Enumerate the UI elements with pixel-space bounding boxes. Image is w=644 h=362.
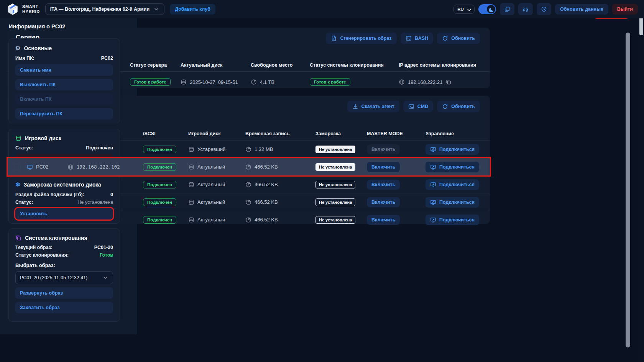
theme-toggle[interactable] [478, 4, 496, 14]
game-disk-status-label: Статус: [15, 145, 33, 151]
capture-image-button[interactable]: Захватить образ [15, 302, 113, 313]
add-club-button[interactable]: Добавить клуб [170, 4, 215, 15]
game-disk-cell: Актуальный [188, 182, 245, 188]
game-disk-cell: Устаревший [188, 146, 245, 152]
clone-icon [15, 235, 21, 241]
globe-icon [67, 164, 74, 170]
install-freeze-button[interactable]: Установить [15, 208, 113, 219]
generate-image-button[interactable]: Сгенерировать образ [326, 33, 396, 44]
poweron-pc-button[interactable]: Включить ПК [15, 93, 113, 105]
pc-ip-cell: 192.168.222.102 [67, 164, 143, 170]
server-status-badge: Готов к работе [130, 78, 171, 86]
shutdown-pc-button[interactable]: Выключить ПК [15, 79, 113, 90]
temp-write-value: 466.52 KB [255, 164, 278, 170]
pc-ip: 192.168.222.102 [77, 164, 120, 170]
sidebar-scrollbar-thumb[interactable] [626, 33, 630, 347]
clone-title: Система клонирования [25, 235, 87, 241]
disk-icon [188, 217, 194, 223]
actual-disk-cell: 2025-10-27_09-15-51 [181, 79, 251, 85]
connect-button[interactable]: Подключиться [426, 215, 479, 225]
pcs-refresh-button[interactable]: Обновить [437, 101, 480, 112]
master-mode-button[interactable]: Включить [367, 162, 400, 172]
col-server-status: Статус сервера [130, 62, 181, 68]
connect-label: Подключиться [439, 147, 475, 152]
master-mode-button[interactable]: Включить [367, 144, 400, 154]
current-image-row: Текущий образ: PC01-20 [15, 245, 113, 250]
connect-button[interactable]: Подключиться [426, 162, 479, 172]
freeze-badge: Не установлена [315, 146, 355, 153]
server-refresh-button[interactable]: Обновить [437, 33, 480, 44]
pc-row-pc02[interactable]: PC02 192.168.222.102 Подключен Актуальны… [8, 158, 490, 175]
game-disk-status-row: Статус: Подключен [15, 145, 113, 151]
sidebar-title: Информация о PC02 [9, 23, 65, 29]
bash-label: BASH [415, 36, 428, 41]
disk-icon [181, 79, 187, 85]
reboot-pc-button[interactable]: Перезагрузить ПК [15, 108, 113, 120]
pc-name: PC02 [36, 164, 49, 170]
freeze-badge: Не установлена [315, 216, 355, 224]
freeze-status-row: Статус: Не установлена [15, 200, 113, 205]
iscsi-badge: Подключен [143, 181, 176, 188]
freeze-cell: Не установлена [315, 216, 367, 224]
row-checkbox[interactable] [15, 164, 21, 170]
top-bar-right: RU Обновить данные Выйти [453, 3, 638, 15]
clone-status-value: Готов [100, 252, 113, 258]
connect-button[interactable]: Подключиться [426, 144, 479, 155]
copy-icon[interactable] [445, 79, 452, 85]
master-mode-cell: Включить [367, 144, 426, 154]
terminal-icon [408, 103, 414, 110]
rename-pc-button[interactable]: Сменить имя [15, 64, 113, 76]
monitor-connect-icon [430, 199, 436, 205]
image-select[interactable]: PC01-20 (2025-11-05 12:32:41) [15, 271, 113, 284]
master-mode-button[interactable]: Включить [367, 215, 400, 225]
refresh-icon [442, 103, 448, 110]
monitor-connect-icon [430, 182, 436, 188]
iscsi-cell: Подключен [143, 163, 188, 171]
freeze-cell: Не установлена [315, 198, 367, 206]
deploy-image-button[interactable]: Развернуть образ [15, 287, 113, 299]
brand: SMART HYBRID [6, 3, 40, 16]
download-agent-button[interactable]: Скачать агент [347, 101, 399, 112]
free-space-value: 4.1 TB [260, 79, 274, 85]
cmd-button[interactable]: CMD [403, 101, 433, 112]
connect-label: Подключиться [439, 164, 475, 170]
docs-icon [504, 6, 510, 12]
smart-hybrid-logo [6, 3, 19, 16]
current-image-value: PC01-20 [94, 245, 113, 250]
clone-card: Система клонирования Текущий образ: PC01… [8, 228, 120, 322]
disk-icon [188, 164, 194, 170]
bash-button[interactable]: BASH [401, 33, 433, 44]
window-scrollbar-track[interactable] [639, 0, 644, 362]
support-button[interactable] [518, 3, 533, 15]
freeze-title: Заморозка системного диска [24, 182, 101, 188]
temp-write-value: 466.52 KB [255, 199, 278, 205]
col-freeze: Заморозка [315, 131, 367, 136]
game-disk-cell: Актуальный [188, 199, 245, 205]
pie-chart-icon [245, 146, 251, 152]
connect-button[interactable]: Подключиться [426, 179, 479, 190]
col-master-mode: MASTER MODE [367, 131, 426, 136]
logout-button[interactable]: Выйти [612, 4, 638, 15]
temp-write-value: 1.32 MB [255, 146, 273, 152]
connect-label: Подключиться [439, 200, 475, 205]
manage-cell: Подключиться [426, 179, 483, 190]
history-button[interactable] [537, 3, 551, 15]
language-selector[interactable]: RU [453, 5, 475, 14]
clone-status-badge: Готов к работе [310, 78, 350, 86]
docs-button[interactable] [500, 3, 514, 15]
pie-chart-icon [245, 199, 251, 205]
freeze-cell: Не установлена [315, 181, 367, 188]
pie-chart-icon [245, 182, 251, 188]
master-mode-button[interactable]: Включить [367, 197, 400, 207]
freeze-status-value: Не установлена [77, 200, 113, 205]
club-selector[interactable]: ITA — Волгоград, Набережная 62-й Армии [45, 3, 164, 15]
game-disk-status-value: Подключен [86, 145, 113, 151]
monitor-icon [27, 164, 33, 170]
refresh-data-button[interactable]: Обновить данные [555, 4, 608, 15]
clone-status-row: Статус клонирования: Готов [15, 252, 113, 258]
master-mode-button[interactable]: Включить [367, 180, 400, 190]
cmd-label: CMD [417, 104, 428, 109]
manage-cell: Подключиться [426, 162, 483, 172]
game-disk-value: Актуальный [197, 199, 225, 205]
connect-button[interactable]: Подключиться [426, 197, 479, 208]
